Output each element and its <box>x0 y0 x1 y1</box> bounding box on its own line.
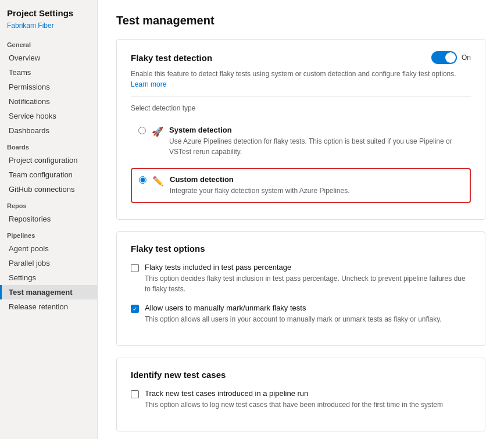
sidebar-org[interactable]: Fabrikam Fiber <box>0 22 97 35</box>
sidebar-section-general: General <box>0 35 97 51</box>
sidebar-item-parallel-jobs[interactable]: Parallel jobs <box>0 256 97 270</box>
sidebar-item-repositories[interactable]: Repositories <box>0 212 97 226</box>
detection-type-label: Select detection type <box>131 104 471 112</box>
pencil-icon: ✏️ <box>152 176 164 187</box>
sidebar-item-agent-pools[interactable]: Agent pools <box>0 241 97 256</box>
sidebar: Project Settings Fabrikam Fiber GeneralO… <box>0 0 98 439</box>
sidebar-item-release-retention[interactable]: Release retention <box>0 299 97 314</box>
allow-manual-mark-desc: This option allows all users in your acc… <box>145 314 471 324</box>
flaky-include-desc: This option decides flaky test inclusion… <box>145 273 471 294</box>
track-new-checkbox[interactable] <box>131 390 139 398</box>
track-new-desc: This option allows to log new test cases… <box>145 399 471 410</box>
identify-new-card: Identify new test cases Track new test c… <box>116 358 485 431</box>
sidebar-item-permissions[interactable]: Permissions <box>0 80 97 94</box>
flaky-include-option: Flaky tests included in test pass percen… <box>131 263 471 294</box>
sidebar-item-project-configuration[interactable]: Project configuration <box>0 153 97 167</box>
flaky-detection-header: Flaky test detection On <box>131 51 471 64</box>
flaky-detection-toggle[interactable] <box>431 51 457 64</box>
allow-manual-mark-checkbox[interactable]: ✓ <box>131 305 139 313</box>
allow-manual-mark-option: ✓ Allow users to manually mark/unmark fl… <box>131 304 471 324</box>
page-title: Test management <box>116 14 485 27</box>
flaky-include-content: Flaky tests included in test pass percen… <box>145 263 471 294</box>
sidebar-section-repos: Repos <box>0 197 97 212</box>
system-detection-content: System detection Use Azure Pipelines det… <box>169 126 463 157</box>
sidebar-item-test-management[interactable]: Test management <box>0 285 97 299</box>
learn-more-link[interactable]: Learn more <box>131 80 166 88</box>
main-content: Test management Flaky test detection On … <box>98 0 504 439</box>
sidebar-item-dashboards[interactable]: Dashboards <box>0 123 97 138</box>
system-detection-title: System detection <box>169 126 463 134</box>
sidebar-item-notifications[interactable]: Notifications <box>0 94 97 109</box>
allow-manual-mark-content: Allow users to manually mark/unmark flak… <box>145 304 471 324</box>
flaky-detection-desc: Enable this feature to detect flaky test… <box>131 69 471 90</box>
divider <box>131 97 471 97</box>
flaky-include-title: Flaky tests included in test pass percen… <box>145 263 471 272</box>
sidebar-item-teams[interactable]: Teams <box>0 65 97 80</box>
track-new-option: Track new test cases introduced in a pip… <box>131 389 471 410</box>
sidebar-item-github-connections[interactable]: GitHub connections <box>0 182 97 197</box>
custom-detection-content: Custom detection Integrate your flaky de… <box>170 175 463 196</box>
flaky-detection-card: Flaky test detection On Enable this feat… <box>116 39 485 220</box>
identify-new-title: Identify new test cases <box>131 370 471 380</box>
rocket-icon: 🚀 <box>152 126 163 137</box>
flaky-detection-title: Flaky test detection <box>131 53 212 63</box>
custom-detection-radio[interactable] <box>139 176 146 184</box>
toggle-label: On <box>462 53 471 62</box>
flaky-options-title: Flaky test options <box>131 244 471 254</box>
system-detection-option: 🚀 System detection Use Azure Pipelines d… <box>131 119 471 163</box>
allow-manual-mark-title: Allow users to manually mark/unmark flak… <box>145 304 471 312</box>
custom-detection-title: Custom detection <box>170 175 463 184</box>
sidebar-item-settings[interactable]: Settings <box>0 270 97 285</box>
sidebar-item-overview[interactable]: Overview <box>0 51 97 65</box>
system-detection-desc: Use Azure Pipelines detection for flaky … <box>169 136 463 157</box>
custom-detection-option: ✏️ Custom detection Integrate your flaky… <box>131 168 471 203</box>
system-detection-radio[interactable] <box>138 127 146 134</box>
flaky-options-card: Flaky test options Flaky tests included … <box>116 231 485 346</box>
sidebar-item-team-configuration[interactable]: Team configuration <box>0 167 97 182</box>
toggle-container: On <box>431 51 471 64</box>
sidebar-section-pipelines: Pipelines <box>0 226 97 241</box>
flaky-include-checkbox[interactable] <box>131 264 139 272</box>
sidebar-title: Project Settings <box>0 0 97 22</box>
sidebar-item-service-hooks[interactable]: Service hooks <box>0 109 97 123</box>
sidebar-section-boards: Boards <box>0 138 97 153</box>
track-new-content: Track new test cases introduced in a pip… <box>145 389 471 410</box>
track-new-title: Track new test cases introduced in a pip… <box>145 389 471 398</box>
custom-detection-desc: Integrate your flaky detection system wi… <box>170 185 463 196</box>
